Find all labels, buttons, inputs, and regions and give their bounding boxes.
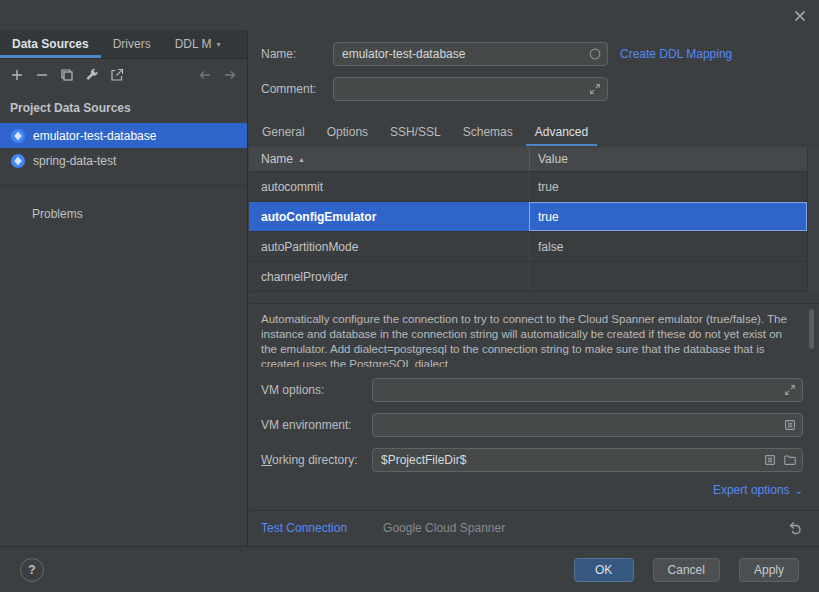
variables-list-icon[interactable] [783,418,797,432]
property-name-cell[interactable]: autoPartitionMode [249,232,529,261]
tab-data-sources-label: Data Sources [12,37,89,51]
property-description: Automatically configure the connection t… [249,303,819,367]
property-value-cell[interactable]: true [529,202,807,231]
duplicate-icon[interactable] [59,67,75,83]
vm-options-label: VM options: [261,383,372,397]
help-label: ? [28,563,35,577]
project-data-sources-title: Project Data Sources [0,91,247,123]
remove-icon[interactable] [34,67,50,83]
settings-tab-bar: General Options SSH/SSL Schemas Advanced [251,118,819,146]
apply-button[interactable]: Apply [739,558,799,582]
cancel-button[interactable]: Cancel [653,558,720,582]
main-panel: Name: Create DDL Mapping Comment: [249,30,819,546]
property-value-cell[interactable]: true [529,172,807,201]
add-icon[interactable] [9,67,25,83]
table-row[interactable]: autocommit true [249,172,819,202]
working-directory-field-wrap [372,448,803,472]
problems-label: Problems [32,207,83,221]
tab-advanced-label: Advanced [535,125,588,139]
property-name-cell[interactable]: autocommit [249,172,529,201]
datasource-item-label: spring-data-test [33,154,116,168]
expand-icon[interactable] [588,82,602,96]
tab-options[interactable]: Options [316,118,379,146]
table-row-selected[interactable]: autoConfigEmulator true [249,202,819,232]
test-connection-row: Test Connection Google Cloud Spanner [261,511,803,545]
comment-label: Comment: [261,82,333,96]
create-ddl-mapping-link[interactable]: Create DDL Mapping [620,47,732,61]
test-connection-link[interactable]: Test Connection [261,521,347,535]
forward-arrow-icon[interactable] [222,67,238,83]
description-scrollbar[interactable] [809,309,814,349]
sync-circle-icon[interactable] [588,47,602,61]
vm-options-input[interactable] [372,378,803,402]
tab-ddl-mappings-label: DDL M [175,37,212,51]
property-value-cell[interactable] [529,262,807,291]
working-directory-row: Working directory: [261,448,803,472]
tab-drivers[interactable]: Drivers [101,30,163,58]
tab-drivers-label: Drivers [113,37,151,51]
chevron-down-icon: ⌄ [795,485,803,496]
property-name-cell[interactable]: channelProvider [249,262,529,291]
tab-general[interactable]: General [251,118,316,146]
working-directory-input[interactable] [372,448,803,472]
datasource-item-label: emulator-test-database [33,129,156,143]
table-row[interactable]: autoPartitionMode false [249,232,819,262]
vm-options-field-wrap [372,378,803,402]
sidebar-divider [0,185,247,186]
footer-buttons: OK Cancel Apply [574,558,799,582]
name-input[interactable] [333,42,608,66]
advanced-properties-table: Name ▲ Value autocommit true autoConfigE… [249,147,819,292]
table-row[interactable]: channelProvider [249,262,819,292]
tab-schemas[interactable]: Schemas [452,118,524,146]
tab-schemas-label: Schemas [463,125,513,139]
chevron-down-icon: ▾ [217,40,221,49]
data-sources-dialog: Data Sources Drivers DDL M ▾ [0,0,819,592]
expert-options-row: Expert options ⌄ [713,480,803,500]
ok-button[interactable]: OK [574,558,634,582]
sidebar-item-problems[interactable]: Problems [0,202,247,226]
vm-environment-label: VM environment: [261,418,372,432]
export-icon[interactable] [109,67,125,83]
comment-input[interactable] [333,77,608,101]
column-value-label: Value [538,152,568,166]
table-header: Name ▲ Value [249,147,819,172]
driver-name-label: Google Cloud Spanner [383,521,505,535]
column-header-value[interactable]: Value [529,147,819,171]
vm-environment-input[interactable] [372,413,803,437]
revert-icon[interactable] [787,520,803,536]
datasource-item-emulator-test-database[interactable]: emulator-test-database [0,123,247,148]
property-name-cell[interactable]: autoConfigEmulator [249,202,529,231]
sidebar-toolbar [0,59,247,91]
help-button[interactable]: ? [20,558,44,582]
cloud-spanner-datasource-icon [10,128,26,144]
table-scrollbar[interactable] [807,147,819,292]
dialog-footer: ? OK Cancel Apply [0,546,819,592]
tab-ssh-ssl-label: SSH/SSL [390,125,441,139]
macros-list-icon[interactable] [763,453,777,467]
name-row: Name: Create DDL Mapping [261,42,803,66]
comment-row: Comment: [261,77,803,101]
tab-ssh-ssl[interactable]: SSH/SSL [379,118,452,146]
cloud-spanner-datasource-icon [10,153,26,169]
tab-data-sources[interactable]: Data Sources [0,30,101,58]
column-header-name[interactable]: Name ▲ [249,147,529,171]
folder-browse-icon[interactable] [783,453,797,467]
vm-environment-field-wrap [372,413,803,437]
back-arrow-icon[interactable] [197,67,213,83]
sidebar: Data Sources Drivers DDL M ▾ [0,30,248,546]
expert-options-link[interactable]: Expert options [713,483,790,497]
tab-ddl-mappings[interactable]: DDL M ▾ [163,30,233,58]
expand-icon[interactable] [783,383,797,397]
tab-options-label: Options [327,125,368,139]
driver-properties-wrench-icon[interactable] [84,67,100,83]
working-directory-label: Working directory: [261,453,372,467]
close-icon[interactable] [792,8,808,24]
sidebar-tab-bar: Data Sources Drivers DDL M ▾ [0,30,247,59]
vm-environment-row: VM environment: [261,413,803,437]
datasource-item-spring-data-test[interactable]: spring-data-test [0,148,247,173]
property-value-cell[interactable]: false [529,232,807,261]
tab-general-label: General [262,125,305,139]
sort-ascending-icon: ▲ [298,156,305,163]
tab-advanced[interactable]: Advanced [524,118,599,146]
column-name-label: Name [261,152,293,166]
